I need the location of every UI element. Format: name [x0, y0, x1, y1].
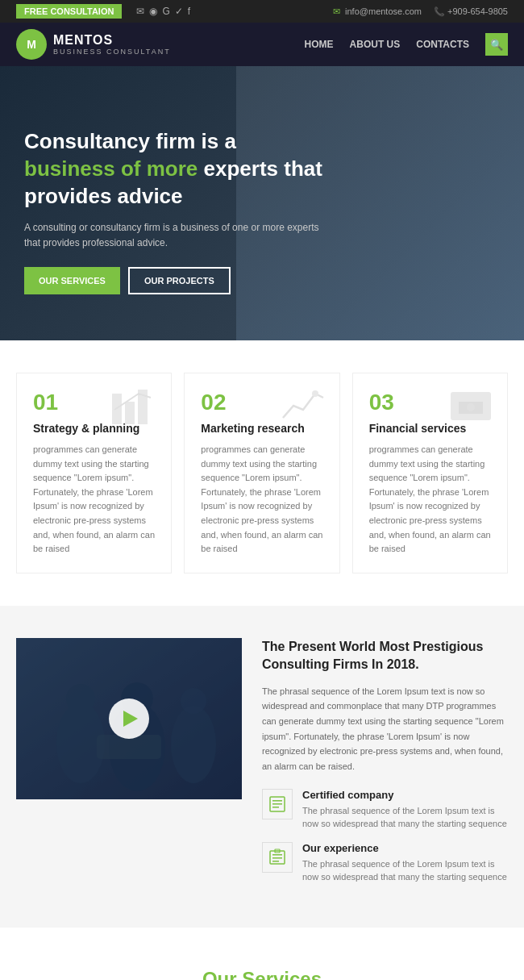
top-bar: FREE CONSULTAION ✉ ◉ G ✓ f ✉ info@mentos… — [0, 0, 524, 23]
svg-rect-21 — [272, 854, 282, 856]
feature-text-2: programmes can generate dummy text using… — [201, 443, 322, 557]
svg-rect-23 — [272, 861, 279, 862]
hero-content: Consultancy firm is a business of more e… — [24, 128, 331, 294]
play-icon — [123, 711, 138, 727]
google-icon[interactable]: G — [162, 6, 169, 17]
certified-text: Certified company The phrasal sequence o… — [302, 789, 508, 831]
experience-icon — [262, 842, 293, 873]
hero-description: A consulting or consultancy firm is a bu… — [24, 220, 331, 251]
svg-point-3 — [312, 390, 318, 397]
search-button[interactable]: 🔍 — [485, 33, 508, 56]
svg-rect-19 — [272, 807, 279, 808]
top-bar-left: FREE CONSULTAION ✉ ◉ G ✓ f — [16, 4, 190, 19]
feature-text-1: programmes can generate dummy text using… — [33, 443, 155, 557]
top-bar-right: ✉ info@mentose.com 📞 +909-654-9805 — [333, 6, 508, 17]
facebook-icon[interactable]: f — [188, 6, 190, 17]
feature-card-1: 01 Strategy & planning programmes can ge… — [16, 373, 172, 573]
twitter-icon[interactable]: ✓ — [175, 6, 183, 17]
mail-icon[interactable]: ✉ — [136, 6, 144, 17]
mail-icon-small: ✉ — [333, 6, 340, 16]
feature-box-1: Certified company The phrasal sequence o… — [262, 789, 508, 831]
feature-icon-2 — [279, 386, 327, 433]
hero-buttons: OUR SERVICES OUR PROJECTS — [24, 267, 331, 294]
svg-point-6 — [467, 403, 475, 411]
feature-card-2: 02 Marketing research programmes can gen… — [184, 373, 339, 573]
services-section: Our Services Our development opt in to t… — [0, 928, 524, 980]
hero-section: Consultancy firm is a business of more e… — [0, 66, 524, 340]
pin-icon[interactable]: ◉ — [149, 6, 157, 17]
logo-text: MENTOS BUSINESS CONSULTANT — [53, 33, 171, 56]
nav-links: HOME ABOUT US CONTACTS 🔍 — [305, 33, 508, 56]
feature-card-3: 03 Financial services programmes can gen… — [352, 373, 508, 573]
feature-icon-1 — [110, 386, 159, 433]
play-button[interactable] — [109, 699, 149, 739]
phone-icon: 📞 — [434, 6, 445, 16]
svg-rect-22 — [272, 857, 282, 859]
svg-rect-17 — [272, 800, 282, 802]
services-heading: Our Services — [16, 968, 508, 980]
our-projects-button[interactable]: OUR PROJECTS — [128, 267, 231, 294]
feature-box-2: Our experience The phrasal sequence of t… — [262, 842, 508, 884]
hero-heading: Consultancy firm is a business of more e… — [24, 128, 331, 210]
experience-text: Our experience The phrasal sequence of t… — [302, 842, 508, 884]
feature-text-3: programmes can generate dummy text using… — [369, 443, 491, 557]
feature-icon-3 — [447, 386, 495, 433]
video-description: The phrasal sequence of the Lorem Ipsum … — [262, 684, 508, 774]
phone-info: 📞 +909-654-9805 — [434, 6, 508, 17]
nav-home[interactable]: HOME — [305, 39, 334, 50]
free-consult-badge[interactable]: FREE CONSULTAION — [16, 4, 122, 19]
logo-icon: M — [16, 29, 47, 60]
nav-about[interactable]: ABOUT US — [350, 39, 401, 50]
svg-rect-1 — [125, 402, 135, 424]
video-thumbnail — [16, 638, 242, 799]
logo: M MENTOS BUSINESS CONSULTANT — [16, 29, 171, 60]
social-icons: ✉ ◉ G ✓ f — [136, 6, 190, 17]
email-info: ✉ info@mentose.com — [333, 6, 422, 17]
services-title-1: Our — [202, 968, 237, 980]
features-section: 01 Strategy & planning programmes can ge… — [0, 340, 524, 606]
services-title-2: Services — [242, 968, 322, 980]
video-section: The Present World Most Prestigious Consu… — [0, 606, 524, 928]
hero-green-text: business of more — [24, 156, 198, 181]
our-services-button[interactable]: OUR SERVICES — [24, 267, 120, 294]
video-content: The Present World Most Prestigious Consu… — [262, 638, 508, 895]
search-icon: 🔍 — [490, 39, 503, 51]
svg-rect-18 — [272, 803, 282, 805]
nav-contacts[interactable]: CONTACTS — [416, 39, 469, 50]
certified-icon — [262, 789, 293, 819]
navigation: M MENTOS BUSINESS CONSULTANT HOME ABOUT … — [0, 23, 524, 66]
video-title: The Present World Most Prestigious Consu… — [262, 638, 508, 674]
